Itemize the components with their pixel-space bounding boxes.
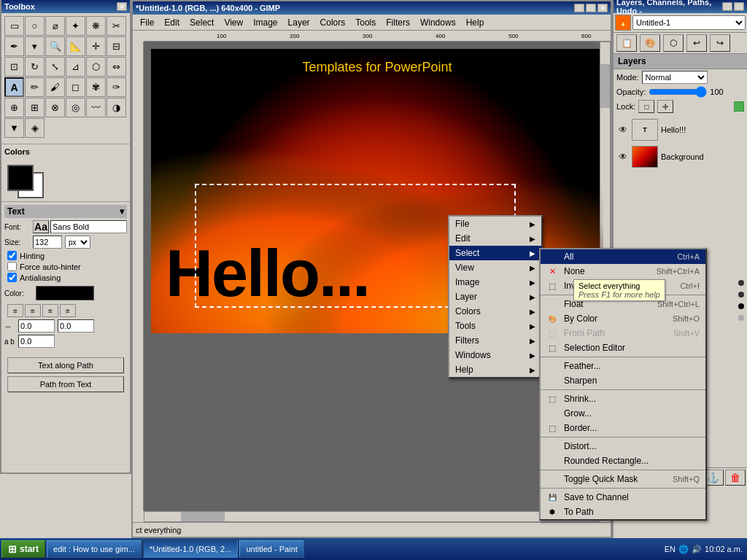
airbrush-tool[interactable]: ✾ [86,77,106,97]
select-distort-item[interactable]: Distort... [541,439,705,454]
flip-tool[interactable]: ⇔ [107,57,126,77]
eraser-tool[interactable]: ◻ [66,77,85,97]
horizontal-scrollbar[interactable] [144,511,600,522]
layer-btn-3[interactable]: ⬡ [663,34,684,52]
taskbar-item-edit[interactable]: edit : How to use gim... [47,540,142,558]
select-quick-mask-item[interactable]: Toggle Quick Mask Shift+Q [541,472,705,486]
ctx-filters[interactable]: Filters ▶ [449,333,541,348]
text-tool[interactable]: A [4,77,24,97]
menu-layer[interactable]: Layer [284,16,314,29]
ellipse-select-tool[interactable]: ○ [25,16,44,36]
measure-tool[interactable]: 📐 [66,36,85,56]
justify-right-button[interactable]: ≡ [42,304,58,317]
layer-btn-5[interactable]: ↪ [710,34,730,52]
menu-help[interactable]: Help [462,16,489,29]
heal-tool[interactable]: ⊞ [25,98,44,117]
minimize-button[interactable]: _ [574,4,584,12]
size-input[interactable] [33,236,62,249]
blend-tool[interactable]: ◈ [25,118,44,138]
spacing-input-1[interactable] [18,319,55,332]
color-picker-tool[interactable]: ▾ [25,36,44,56]
perspective-clone-tool[interactable]: ⊗ [45,98,65,117]
select-by-color-item[interactable]: 🎨 By Color Shift+O [541,311,705,326]
unit-select[interactable]: px [65,236,90,249]
layers-minimize[interactable]: _ [722,2,732,11]
ctx-tools[interactable]: Tools ▶ [449,319,541,333]
antialiasing-checkbox[interactable] [7,273,17,282]
shear-tool[interactable]: ⊿ [66,57,85,77]
taskbar-item-gimp[interactable]: *Untitled-1.0 (RGB, 2... [143,540,239,558]
spacing-input-3[interactable] [18,335,55,348]
smudge-tool[interactable]: 〰 [86,98,106,117]
layer-btn-2[interactable]: 🎨 [640,34,660,52]
select-to-path-item[interactable]: ⬢ To Path [541,505,705,519]
ctx-layer[interactable]: Layer ▶ [449,289,541,304]
selection-editor-item[interactable]: ⬚ Selection Editor [541,341,705,355]
justify-center-button[interactable]: ≡ [25,304,41,317]
layer-eye-background[interactable]: 👁 [617,151,629,163]
ctx-image[interactable]: Image ▶ [449,275,541,289]
fuzzy-select-tool[interactable]: ✦ [66,16,85,36]
perspective-tool[interactable]: ⬡ [86,57,106,77]
move-tool[interactable]: ✛ [86,36,106,56]
ctx-help[interactable]: Help ▶ [449,362,541,377]
ctx-windows[interactable]: Windows ▶ [449,348,541,362]
bucket-fill-tool[interactable]: ▼ [4,118,24,138]
menu-select[interactable]: Select [185,16,218,29]
menu-view[interactable]: View [220,16,247,29]
justify-left-button[interactable]: ≡ [7,304,23,317]
color-swatch[interactable] [36,286,94,300]
align-tool[interactable]: ⊟ [107,36,126,56]
menu-edit[interactable]: Edit [160,16,184,29]
menu-tools[interactable]: Tools [351,16,380,29]
hinting-checkbox[interactable] [7,251,17,260]
ctx-view[interactable]: View ▶ [449,260,541,275]
clone-tool[interactable]: ⊕ [4,98,24,117]
rotate-tool[interactable]: ↻ [25,57,44,77]
close-button[interactable]: ✕ [597,4,608,12]
free-select-tool[interactable]: ⌀ [45,16,65,36]
scissors-tool[interactable]: ✂ [107,16,126,36]
blur-sharpen-tool[interactable]: ◎ [66,98,85,117]
layer-btn-1[interactable]: 📋 [616,34,637,52]
opacity-slider[interactable] [649,87,707,97]
ctx-colors[interactable]: Colors ▶ [449,304,541,319]
lock-position-button[interactable]: ✛ [657,100,673,113]
rectangle-select-tool[interactable]: ▭ [4,16,24,36]
ctx-select[interactable]: Select ▶ [449,246,541,260]
select-from-path-item[interactable]: ⬚ From Path Shift+V [541,326,705,341]
font-icon[interactable]: Aa [33,220,49,233]
text-options-collapse[interactable]: ▾ [120,206,124,217]
text-along-path-button[interactable]: Text along Path [7,357,124,373]
select-all-item[interactable]: All Ctrl+A [541,249,705,264]
layers-file-select[interactable]: Untitled-1 [632,15,746,30]
ctx-edit[interactable]: Edit ▶ [449,231,541,246]
path-from-text-button[interactable]: Path from Text [7,376,124,392]
justify-fill-button[interactable]: ≡ [60,304,76,317]
select-border-item[interactable]: ⬚ Border... [541,421,705,435]
menu-image[interactable]: Image [249,16,282,29]
select-grow-item[interactable]: Grow... [541,406,705,421]
scale-tool[interactable]: ⤡ [45,57,65,77]
taskbar-item-paint[interactable]: untitled - Paint [239,540,303,558]
select-sharpen-item[interactable]: Sharpen [541,373,705,388]
select-by-color-tool[interactable]: ❋ [86,16,106,36]
crop-tool[interactable]: ⊡ [4,57,24,77]
delete-layer-button[interactable]: 🗑 [725,470,746,486]
dodge-burn-tool[interactable]: ◑ [107,98,126,117]
layers-maximize[interactable]: □ [734,2,744,11]
zoom-tool[interactable]: 🔍 [45,36,65,56]
spacing-input-2[interactable] [58,319,94,332]
select-feather-item[interactable]: Feather... [541,359,705,373]
select-save-channel-item[interactable]: 💾 Save to Channel [541,490,705,505]
select-none-item[interactable]: ✕ None Shift+Ctrl+A [541,264,705,279]
layer-btn-4[interactable]: ↩ [686,34,707,52]
layer-item-background[interactable]: 👁 Background [615,144,746,170]
menu-windows[interactable]: Windows [416,16,460,29]
toolbox-close-button[interactable]: ✕ [117,2,127,11]
menu-file[interactable]: File [136,16,158,29]
font-input[interactable] [50,220,127,233]
lock-pixels-button[interactable]: □ [638,100,654,113]
select-shrink-item[interactable]: ⬚ Shrink... [541,392,705,406]
maximize-button[interactable]: □ [586,4,596,12]
